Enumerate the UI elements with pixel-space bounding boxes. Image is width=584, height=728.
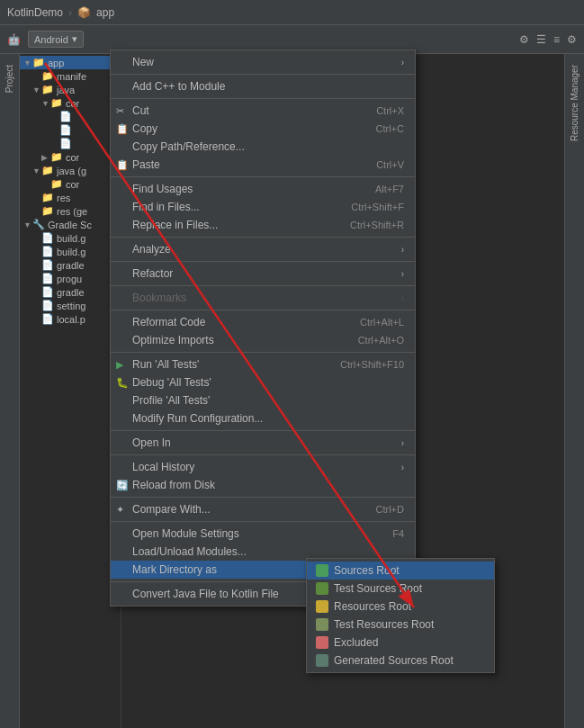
tree-item-res-gen[interactable]: 📁 res (ge [20, 204, 121, 218]
tree-arrow: ▼ [32, 166, 41, 175]
file-icon: 📄 [41, 300, 54, 311]
sidebar-tab-resource-manager[interactable]: Resource Manager [567, 58, 582, 148]
sources-root-icon [316, 564, 328, 577]
folder-icon: 📁 [41, 165, 54, 176]
menu-separator [111, 237, 415, 238]
menu-item-cut[interactable]: ✂ Cut Ctrl+X [111, 102, 415, 120]
sidebar-tabs: Project [0, 54, 20, 728]
menu-item-copy[interactable]: 📋 Copy Ctrl+C [111, 120, 415, 138]
submenu-item-test-resources-root[interactable]: Test Resources Root [307, 616, 494, 634]
submenu-item-resources-root[interactable]: Resources Root [307, 598, 494, 616]
menu-item-new[interactable]: New › [111, 53, 415, 71]
module-name: app [96, 6, 114, 19]
tree-item-gradle-file[interactable]: 📄 gradle [20, 258, 121, 272]
copy-icon: 📋 [116, 123, 129, 135]
lines-icon[interactable]: ☰ [536, 33, 546, 46]
test-resources-root-label: Test Resources Root [334, 618, 434, 631]
tree-item-label: gradle [57, 260, 85, 271]
tree-item-res[interactable]: 📁 res [20, 191, 121, 204]
menu-item-paste[interactable]: 📋 Paste Ctrl+V [111, 156, 415, 174]
menu-separator [111, 74, 415, 75]
menu-item-find-usages[interactable]: Find Usages Alt+F7 [111, 180, 415, 198]
menu-item-copy-path[interactable]: Copy Path/Reference... [111, 138, 415, 156]
sidebar-tab-project[interactable]: Project [2, 58, 17, 100]
android-dropdown[interactable]: Android ▾ [28, 31, 84, 48]
menu-separator [111, 454, 415, 455]
menu-item-profile-all-tests[interactable]: Profile 'All Tests' [111, 391, 415, 409]
menu-separator [111, 176, 415, 177]
tree-item-label: build.g [57, 233, 85, 244]
tree-item-cor1[interactable]: ▼ 📁 cor [20, 96, 121, 110]
menu-item-open-module[interactable]: Open Module Settings F4 [111, 525, 415, 543]
tree-item-label: res [57, 193, 70, 203]
file-icon: 📄 [41, 246, 54, 257]
menu-item-reformat[interactable]: Reformat Code Ctrl+Alt+L [111, 313, 415, 331]
menu-item-debug-all-tests[interactable]: 🐛 Debug 'All Tests' [111, 373, 415, 391]
tree-item-file1[interactable]: 📄 [20, 110, 121, 123]
menu-separator [111, 497, 415, 498]
generated-sources-root-icon [316, 654, 328, 667]
menu-separator [111, 430, 415, 431]
menu-item-local-history[interactable]: Local History › [111, 458, 415, 476]
tree-item-cor2[interactable]: ▶ 📁 cor [20, 150, 121, 164]
test-sources-root-icon [316, 582, 328, 595]
right-sidebar: Resource Manager [564, 54, 584, 728]
menu-item-replace-files[interactable]: Replace in Files... Ctrl+Shift+R [111, 216, 415, 234]
lines2-icon[interactable]: ≡ [553, 33, 560, 46]
tree-item-build2[interactable]: 📄 build.g [20, 245, 121, 258]
submenu-item-sources-root[interactable]: Sources Root [307, 562, 494, 580]
tree-item-file3[interactable]: 📄 [20, 137, 121, 150]
menu-item-open-in[interactable]: Open In › [111, 434, 415, 452]
tree-item-label: res (ge [57, 206, 87, 217]
menu-item-optimize[interactable]: Optimize Imports Ctrl+Alt+O [111, 331, 415, 349]
tree-item-gradle[interactable]: ▼ 🔧 Gradle Sc [20, 218, 121, 231]
tree-item-label: java (g [57, 166, 86, 176]
tree-item-label: cor [66, 179, 79, 190]
tree-item-local[interactable]: 📄 local.p [20, 312, 121, 326]
folder-icon: 📁 [50, 178, 63, 190]
tree-item-build1[interactable]: 📄 build.g [20, 231, 121, 245]
submenu-item-test-sources-root[interactable]: Test Sources Root [307, 580, 494, 598]
tree-item-cor3[interactable]: 📁 cor [20, 177, 121, 191]
compare-icon: ✦ [116, 504, 124, 516]
resources-root-label: Resources Root [334, 600, 411, 613]
submenu-item-excluded[interactable]: Excluded [307, 634, 494, 652]
menu-separator [111, 310, 415, 310]
sources-root-label: Sources Root [334, 564, 400, 577]
menu-item-modify-run[interactable]: Modify Run Configuration... [111, 409, 415, 427]
tree-item-java-gen[interactable]: ▼ 📁 java (g [20, 164, 121, 177]
test-resources-root-icon [316, 618, 328, 631]
tree-item-file2[interactable]: 📄 [20, 123, 121, 137]
file-icon: 📄 [59, 124, 72, 136]
project-name: KotlinDemo [7, 6, 63, 19]
tree-item-app[interactable]: ▼ 📁 app [20, 56, 121, 69]
folder-icon: 📁 [41, 205, 54, 217]
menu-item-reload-disk[interactable]: 🔄 Reload from Disk [111, 476, 415, 494]
folder-icon: 📁 [41, 70, 54, 82]
settings-icon[interactable]: ⚙ [567, 33, 577, 46]
tree-arrow: ▼ [41, 99, 50, 108]
file-icon: 📄 [41, 232, 54, 244]
sync-icon[interactable]: ⚙ [519, 33, 529, 46]
menu-item-run-all-tests[interactable]: ▶ Run 'All Tests' Ctrl+Shift+F10 [111, 355, 415, 373]
submenu-item-generated-sources-root[interactable]: Generated Sources Root [307, 652, 494, 670]
menu-item-compare-with[interactable]: ✦ Compare With... Ctrl+D [111, 500, 415, 518]
tree-item-manifest[interactable]: 📁 manife [20, 69, 121, 83]
excluded-label: Excluded [334, 636, 378, 649]
tree-item-java[interactable]: ▼ 📁 java [20, 83, 121, 96]
tree-item-label: java [57, 85, 75, 95]
menu-item-bookmarks[interactable]: Bookmarks › [111, 289, 415, 307]
tree-item-label: progu [57, 274, 82, 284]
tree-arrow: ▶ [41, 153, 50, 162]
generated-sources-root-label: Generated Sources Root [334, 654, 454, 667]
tree-item-progu[interactable]: 📄 progu [20, 272, 121, 285]
menu-item-refactor[interactable]: Refactor › [111, 265, 415, 283]
folder-icon: 📁 [50, 151, 63, 163]
menu-item-find-files[interactable]: Find in Files... Ctrl+Shift+F [111, 198, 415, 216]
menu-item-add-cpp[interactable]: Add C++ to Module [111, 77, 415, 95]
file-icon: 📄 [41, 259, 54, 271]
menu-item-analyze[interactable]: Analyze › [111, 240, 415, 258]
cut-icon: ✂ [116, 105, 124, 117]
tree-item-gradle2[interactable]: 📄 gradle [20, 285, 121, 299]
tree-item-settings[interactable]: 📄 setting [20, 299, 121, 312]
